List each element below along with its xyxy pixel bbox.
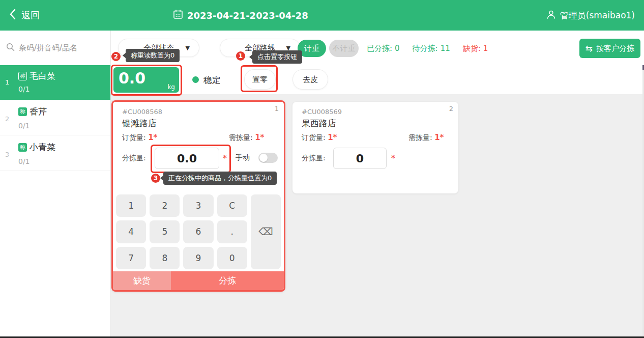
item-name: 香芹 [30, 106, 47, 118]
card-action-buttons: 缺货 分拣 [113, 271, 284, 290]
numpad-backspace-key[interactable]: ⌫ [251, 194, 281, 269]
pick-qty-label: 分拣量: [302, 154, 326, 163]
weigh-badge: 称 [18, 107, 27, 116]
numpad-key-dot[interactable]: . [217, 220, 247, 243]
pick-qty-label: 分拣量: [122, 154, 146, 163]
numpad-key-8[interactable]: 8 [150, 247, 180, 269]
no-weigh-mode-button[interactable]: 不计重 [329, 40, 359, 57]
item-index: 2 [5, 115, 9, 123]
numpad-key-0[interactable]: 0 [217, 247, 247, 269]
manual-toggle[interactable] [258, 153, 278, 163]
numpad-key-6[interactable]: 6 [183, 220, 213, 243]
scale-value: 0.0 [119, 69, 145, 87]
step-2-marker: 2 [111, 52, 121, 61]
top-bar: 返回 2023-04-21-2023-04-28 管理员(smaibao1) [0, 0, 644, 31]
item-name: 毛白菜 [30, 70, 55, 82]
product-sidebar: 条码/拼音码/品名 1 称 毛白菜 0/1 2 称 香芹 0/1 3 称 小青菜 [0, 31, 111, 338]
stat-picked: 已分拣:0 [367, 44, 400, 53]
sidebar-item-maobaicai[interactable]: 1 称 毛白菜 0/1 [0, 65, 110, 100]
step-3-marker: 3 [151, 174, 160, 183]
manual-label: 手动 [236, 153, 250, 162]
user-menu[interactable]: 管理员(smaibao1) [546, 7, 635, 23]
customer-code: #CU008568 [122, 108, 162, 116]
numpad-key-1[interactable]: 1 [116, 194, 146, 217]
numpad-key-9[interactable]: 9 [183, 247, 213, 269]
zero-button[interactable]: 置零 [244, 69, 276, 90]
item-progress: 0/1 [18, 85, 105, 93]
item-name: 小青菜 [30, 142, 55, 153]
numpad-key-3[interactable]: 3 [183, 194, 213, 217]
required-mark: * [223, 154, 227, 163]
user-label: 管理员(smaibao1) [560, 10, 635, 21]
by-customer-label: 按客户分拣 [596, 44, 634, 53]
need-qty: 需拣量: 1* [229, 133, 264, 143]
step-3-tooltip: 正在分拣中的商品，分拣量也置为0 [163, 172, 277, 185]
stat-shortage: 缺货:1 [463, 44, 488, 53]
need-qty: 需拣量: 1* [408, 133, 444, 143]
customer-card-2[interactable]: 2 #CU008569 果西路店 订货量: 1* 需拣量: 1* 分拣量: 0 … [292, 102, 458, 193]
date-range-label: 2023-04-21-2023-04-28 [187, 10, 308, 21]
card-corner-number: 1 [275, 105, 279, 112]
stat-pending: 待分拣:11 [413, 44, 450, 53]
numpad-key-2[interactable]: 2 [150, 194, 180, 217]
numpad-key-5[interactable]: 5 [150, 220, 180, 243]
scale-reading-display: 0.0 kg [113, 67, 179, 93]
swap-icon: ⇆ [586, 43, 593, 53]
weigh-badge: 称 [18, 72, 27, 80]
item-progress: 0/1 [18, 122, 105, 130]
sidebar-item-xiaoqingcai[interactable]: 3 称 小青菜 0/1 [0, 135, 110, 171]
pick-qty-input[interactable]: 0.0 [155, 148, 219, 169]
back-button[interactable]: 返回 [9, 7, 40, 23]
calendar-icon [173, 9, 183, 21]
sorting-app: 返回 2023-04-21-2023-04-28 管理员(smaibao1) 条… [0, 0, 644, 338]
date-range-picker[interactable]: 2023-04-21-2023-04-28 [173, 7, 308, 23]
customer-card-1[interactable]: 1 #CU008568 银滩路店 订货量: 1* 需拣量: 1* 分拣量: 0.… [111, 100, 285, 292]
numpad-key-4[interactable]: 4 [116, 220, 146, 243]
customer-cards-area: 1 #CU008568 银滩路店 订货量: 1* 需拣量: 1* 分拣量: 0.… [111, 94, 644, 338]
pick-qty-input[interactable]: 0 [333, 148, 387, 169]
item-index: 3 [5, 151, 9, 158]
step-1-tooltip: 点击置零按钮 [252, 50, 302, 64]
weigh-badge: 称 [18, 143, 27, 152]
pick-button[interactable]: 分拣 [171, 271, 284, 290]
toggle-knob [259, 154, 268, 162]
tare-button[interactable]: 去皮 [292, 69, 328, 90]
step-2-tooltip: 称重读数置为0 [126, 49, 180, 62]
search-icon [6, 43, 15, 53]
chevron-down-icon: ▼ [186, 45, 190, 51]
stable-status-label: 稳定 [203, 74, 221, 86]
step-1-marker: 1 [236, 51, 245, 61]
numpad-key-7[interactable]: 7 [116, 247, 146, 269]
back-label: 返回 [21, 9, 40, 21]
sidebar-item-xiangqin[interactable]: 2 称 香芹 0/1 [0, 100, 110, 135]
shortage-button[interactable]: 缺货 [113, 271, 171, 290]
main-panel: 全部状态 ▼ 全部路线 ▼ 计重 不计重 已分拣:0 待分拣:11 缺货:1 ⇆… [111, 31, 644, 338]
order-qty: 订货量: 1* [302, 133, 337, 143]
card-corner-number: 2 [449, 105, 453, 112]
stable-status-dot [192, 76, 199, 83]
order-qty: 订货量: 1* [122, 133, 157, 143]
store-name: 果西路店 [302, 118, 336, 129]
numpad-key-clear[interactable]: C [217, 194, 247, 217]
scale-unit: kg [167, 83, 175, 91]
chevron-left-icon [9, 9, 16, 22]
person-icon [546, 10, 556, 21]
search-placeholder: 条码/拼音码/品名 [19, 43, 77, 53]
item-index: 1 [5, 78, 9, 86]
required-mark: * [391, 154, 395, 163]
store-name: 银滩路店 [122, 118, 157, 129]
item-progress: 0/1 [18, 157, 105, 165]
search-input[interactable]: 条码/拼音码/品名 [0, 31, 110, 65]
by-customer-button[interactable]: ⇆ 按客户分拣 [579, 39, 640, 58]
numpad: 1 2 3 C ⌫ 4 5 6 . 7 8 9 0 [116, 194, 281, 269]
customer-code: #CU008569 [302, 108, 342, 116]
pick-stats: 已分拣:0 待分拣:11 缺货:1 [367, 44, 488, 53]
